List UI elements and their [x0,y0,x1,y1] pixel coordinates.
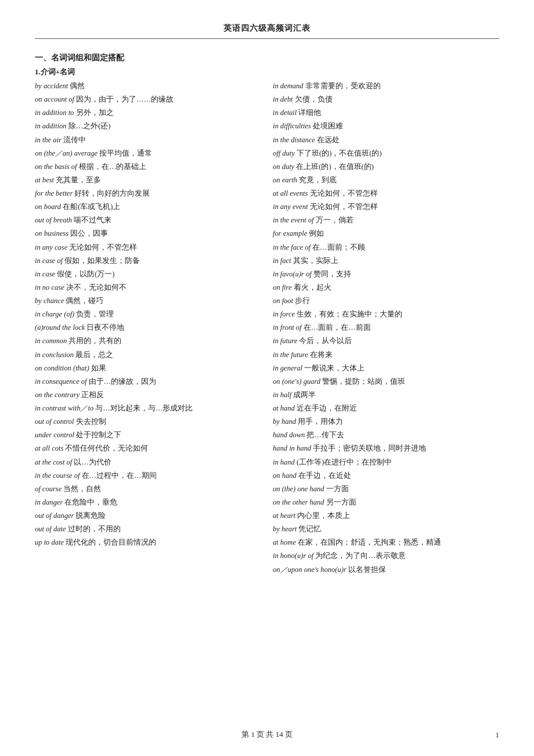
entry-en: in addition to [35,109,74,117]
list-item: at all cots 不惜任何代价，无论如何 [35,442,261,455]
entry-zh: 好转，向好的方向发展 [74,189,150,197]
list-item: in addition to 另外，加之 [35,106,261,120]
list-item: in half 成两半 [273,388,499,402]
list-item: in common 共用的，共有的 [35,334,261,348]
entry-zh: 在手边，在近处 [298,471,351,480]
right-column: in demand 非常需要的，受欢迎的in debt 欠债，负债in deta… [273,80,499,577]
entry-en: in future [273,337,297,345]
entry-zh: 一方面 [326,485,349,493]
list-item: by heart 凭记忆 [273,523,499,536]
list-item: in the future 在将来 [273,348,499,362]
entry-zh: 在…过程中，在…期间 [82,471,157,480]
entry-zh: 一般说来，大体上 [304,364,365,372]
list-item: on／upon one's hono(u)r 以名誉担保 [273,563,499,577]
entry-zh: 近在手边，在附近 [297,404,357,412]
entry-zh: 共用的，共有的 [68,337,121,345]
list-item: hand in hand 手拉手；密切关联地，同时并进地 [273,442,499,455]
entry-en: in the face of [273,243,311,251]
entry-zh: 与…对比起来，与…形成对比 [95,404,193,412]
list-item: out of date 过时的，不用的 [35,523,261,536]
entry-en: in half [273,391,291,399]
entry-zh: 在远处 [317,136,340,144]
list-item: in any case 无论如何，不管怎样 [35,241,261,254]
list-item: in the distance 在远处 [273,134,499,147]
entry-en: in hand [273,458,295,466]
entry-en: at hand [273,404,295,412]
entry-zh: 以名誉担保 [348,566,386,574]
list-item: in contrast with／to 与…对比起来，与…形成对比 [35,402,261,415]
list-item: up to date 现代化的，切合目前情况的 [35,536,261,549]
list-item: in consequence of 由于…的缘故，因为 [35,375,261,388]
list-item: in danger 在危险中，垂危 [35,496,261,509]
entry-zh: 按平均值，通常 [99,149,152,157]
list-item: on condition (that) 如果 [35,362,261,375]
entry-en: in the event of [273,216,313,224]
list-item: in demand 非常需要的，受欢迎的 [273,80,499,93]
entry-zh: 偶然，碰巧 [66,297,103,305]
list-item: on the basis of 根据，在…的基础上 [35,160,261,174]
entry-en: hand down [273,431,305,439]
entry-zh: 为纪念，为了向…表示敬意 [315,552,406,560]
list-item: on board 在船(车或飞机)上 [35,200,261,214]
entry-en: in danger [35,498,63,506]
list-item: in fact 其实，实际上 [273,254,499,268]
entry-zh: 喘不过气来 [74,216,111,224]
list-item: at hand 近在手边，在附近 [273,402,499,415]
entry-zh: 其实，实际上 [293,257,338,265]
entry-zh: 除…之外(还) [68,122,111,130]
entry-en: in favo(u)r of [273,270,312,278]
entry-en: in force [273,310,295,318]
entry-zh: 失去控制 [76,417,106,426]
entry-en: in charge (of) [35,310,74,318]
list-item: at home 在家，在国内；舒适，无拘束；熟悉，精通 [273,536,499,549]
entry-zh: 负责，管理 [76,310,114,318]
list-item: in case of 假如，如果发生；防备 [35,254,261,268]
list-item: in case 假使，以防(万一) [35,268,261,281]
list-item: in debt 欠债，负债 [273,93,499,106]
entry-zh: 另一方面 [326,498,356,506]
list-item: in hono(u)r of 为纪念，为了向…表示敬意 [273,549,499,563]
list-item: in favo(u)r of 赞同，支持 [273,268,499,281]
list-item: by chance 偶然，碰巧 [35,294,261,308]
left-column: by accident 偶然on account of 因为，由于，为了……的缘… [35,80,261,577]
list-item: in the course of 在…过程中，在…期间 [35,469,261,483]
entry-en: on board [35,203,61,211]
entry-en: on account of [35,95,74,103]
entry-zh: 无论如何，不管怎样 [310,203,378,211]
entry-zh: 在将来 [310,351,333,359]
sub-heading: 1.介词+名词 [35,67,499,77]
list-item: in any event 无论如何，不管怎样 [273,200,499,214]
entry-en: in the future [273,351,308,359]
entry-en: on the other hand [273,498,324,506]
list-item: on account of 因为，由于，为了……的缘故 [35,93,261,106]
entry-en: on／upon one's hono(u)r [273,566,347,574]
entry-en: in difficulties [273,122,311,130]
entry-zh: 成两半 [293,391,316,399]
entry-en: by hand [273,417,296,426]
entry-en: on (the／an) average [35,149,98,157]
entry-zh: 万一，倘若 [316,216,353,224]
main-content: by accident 偶然on account of 因为，由于，为了……的缘… [35,80,499,577]
entry-en: on business [35,229,68,237]
entry-en: at home [273,538,296,546]
list-item: on (the／an) average 按平均值，通常 [35,147,261,160]
entry-en: in detail [273,109,297,117]
entry-en: under control [35,431,74,439]
entry-en: on the contrary [35,391,80,399]
entry-en: in front of [273,323,302,332]
list-item: out of breath 喘不过气来 [35,214,261,227]
entry-en: by accident [35,82,68,90]
list-item: by hand 用手，用体力 [273,415,499,429]
list-item: of course 当然，自然 [35,483,261,496]
entry-en: at the cost of [35,458,72,466]
entry-zh: 正相反 [81,391,104,399]
list-item: on earth 究竟，到底 [273,174,499,187]
list-item: under control 处于控制之下 [35,429,261,442]
list-item: in hand (工作等)在进行中；在控制中 [273,456,499,469]
entry-zh: 充其量，至多 [56,176,101,184]
entry-zh: 过时的，不用的 [68,525,121,533]
entry-zh: 用手，用体力 [298,417,343,426]
list-item: for example 例如 [273,227,499,240]
entry-en: in fact [273,257,291,265]
entry-en: of course [35,485,62,493]
